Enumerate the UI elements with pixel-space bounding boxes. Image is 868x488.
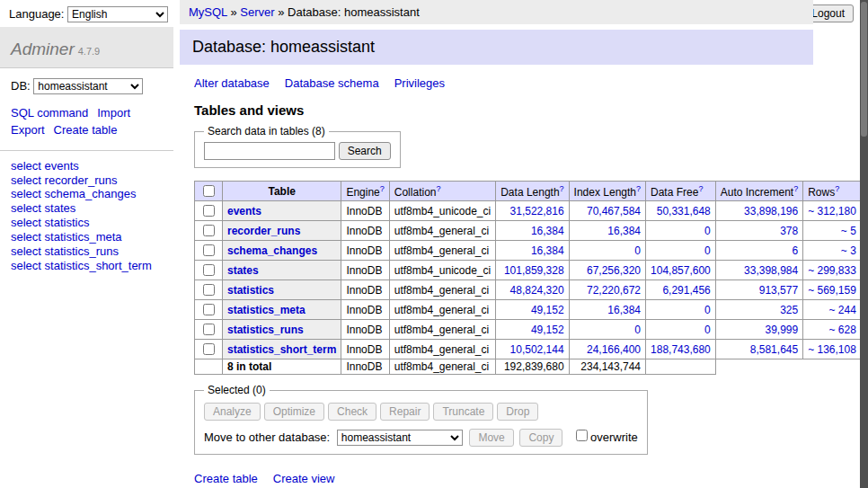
scrollbar-thumb[interactable] — [861, 2, 867, 137]
row-checkbox[interactable] — [203, 225, 215, 236]
db-action-link[interactable]: Privileges — [394, 76, 445, 90]
search-button[interactable]: Search — [339, 142, 391, 160]
db-action-link[interactable]: Database schema — [285, 76, 379, 90]
db-select[interactable]: homeassistant — [33, 78, 143, 94]
table-name-link[interactable]: statistics_short_term — [227, 343, 336, 356]
row-checkbox[interactable] — [203, 324, 215, 335]
main-content: MySQL » Server » Database: homeassistant… — [180, 0, 813, 488]
app-logo: Adminer4.7.9 — [0, 27, 173, 68]
sidebar-table-link[interactable]: select statistics_meta — [11, 230, 122, 244]
collation-cell: utf8mb4_general_ci — [389, 221, 495, 241]
overwrite-option[interactable]: overwrite — [572, 430, 638, 444]
table-name-link[interactable]: recorder_runs — [227, 225, 300, 237]
row-check-cell — [195, 241, 223, 261]
scrollbar[interactable] — [860, 0, 868, 488]
rows-cell: ~ 136,108 — [803, 340, 862, 359]
move-db-select[interactable]: homeassistant — [337, 430, 463, 446]
help-link[interactable]: ? — [835, 184, 839, 193]
table-name-cell: statistics_short_term — [223, 340, 341, 359]
overwrite-checkbox[interactable] — [576, 430, 588, 441]
row-checkbox[interactable] — [203, 304, 215, 315]
row-checkbox[interactable] — [203, 284, 215, 296]
table-row: statistics_runsInnoDButf8mb4_general_ci4… — [195, 320, 868, 340]
language-select[interactable]: English — [67, 6, 168, 22]
sidebar-table-link[interactable]: select schema_changes — [11, 187, 136, 200]
search-fieldset: Search data in tables (8) Search — [194, 125, 401, 168]
sidebar-action-link[interactable]: SQL command — [11, 106, 88, 120]
app-name: Adminer — [11, 40, 75, 58]
help-link[interactable]: ? — [560, 184, 564, 193]
truncate-button[interactable]: Truncate — [433, 403, 493, 421]
table-name-cell: statistics_meta — [223, 300, 341, 320]
table-name-link[interactable]: schema_changes — [227, 244, 317, 257]
column-header-label: Engine — [346, 186, 379, 199]
table-row: eventsInnoDButf8mb4_unicode_ci31,522,816… — [195, 201, 868, 221]
table-name-link[interactable]: statistics — [227, 284, 274, 297]
breadcrumb-separator: » — [275, 5, 288, 19]
column-header-label: Rows — [808, 186, 835, 199]
auto-increment-cell: 33,898,196 — [715, 201, 802, 221]
help-link[interactable]: ? — [380, 184, 385, 193]
data-free-cell: 50,331,648 — [646, 201, 716, 221]
select-all-cell — [195, 182, 223, 201]
search-input[interactable] — [204, 142, 335, 160]
repair-button[interactable]: Repair — [380, 403, 430, 421]
sidebar-table-link[interactable]: select states — [11, 201, 75, 215]
breadcrumb-link[interactable]: Server — [240, 5, 274, 19]
sidebar-action-link[interactable]: Export — [11, 123, 45, 137]
row-check-cell — [195, 221, 223, 241]
total-label-cell: 8 in total — [223, 359, 341, 375]
db-selector-row: DB: homeassistant — [0, 68, 173, 102]
help-link[interactable]: ? — [636, 184, 641, 193]
help-link[interactable]: ? — [793, 184, 798, 193]
sidebar-table-link[interactable]: select recorder_runs — [11, 173, 118, 187]
table-row: statesInnoDButf8mb4_unicode_ci101,859,32… — [195, 261, 868, 280]
sidebar-action-link[interactable]: Create table — [54, 123, 118, 137]
sidebar-table-link[interactable]: select statistics_short_term — [11, 259, 152, 272]
data-free-cell: 104,857,600 — [646, 261, 716, 280]
column-header-label: Auto Increment — [721, 186, 793, 199]
table-name-link[interactable]: statistics_runs — [227, 324, 304, 336]
db-action-link[interactable]: Alter database — [194, 76, 270, 90]
row-check-cell — [195, 340, 223, 359]
table-name-link[interactable]: states — [227, 264, 259, 277]
table-name-link[interactable]: statistics_meta — [227, 304, 306, 316]
engine-cell: InnoDB — [341, 320, 389, 340]
table-name-link[interactable]: events — [227, 205, 261, 217]
sidebar-action-link[interactable]: Import — [97, 106, 130, 120]
move-button[interactable]: Move — [469, 429, 513, 447]
row-check-cell — [195, 201, 223, 221]
index-length-cell: 0 — [569, 320, 645, 340]
index-length-cell: 16,384 — [569, 300, 645, 320]
sidebar-table-link[interactable]: select statistics_runs — [11, 244, 119, 258]
sidebar-table-item: select statistics_short_term — [11, 259, 163, 273]
row-checkbox[interactable] — [203, 343, 215, 355]
sidebar-table-link[interactable]: select statistics — [11, 216, 89, 229]
breadcrumb-current: Database: homeassistant — [288, 5, 420, 19]
sidebar-table-link[interactable]: select events — [11, 159, 79, 173]
engine-cell: InnoDB — [341, 221, 389, 241]
table-row: statisticsInnoDButf8mb4_general_ci48,824… — [195, 280, 868, 300]
analyze-button[interactable]: Analyze — [204, 403, 261, 421]
rows-cell: ~ 3 — [803, 241, 862, 261]
row-checkbox[interactable] — [203, 205, 215, 217]
data-free-cell: 0 — [646, 221, 716, 241]
create-link[interactable]: Create view — [273, 472, 335, 485]
sidebar: Adminer4.7.9 DB: homeassistant SQL comma… — [0, 27, 173, 273]
help-link[interactable]: ? — [698, 184, 703, 193]
create-link[interactable]: Create table — [194, 472, 258, 485]
breadcrumb-link[interactable]: MySQL — [189, 5, 227, 19]
row-checkbox[interactable] — [203, 244, 215, 256]
content-inner: Alter databaseDatabase schemaPrivileges … — [180, 76, 813, 488]
copy-button[interactable]: Copy — [519, 429, 562, 447]
column-header-label: Data Length — [500, 186, 559, 199]
select-all-checkbox[interactable] — [203, 185, 215, 197]
row-checkbox[interactable] — [203, 264, 215, 276]
help-link[interactable]: ? — [436, 184, 440, 193]
rows-cell: ~ 299,833 — [803, 261, 862, 280]
breadcrumb: MySQL » Server » Database: homeassistant — [180, 0, 813, 24]
data-length-cell: 31,522,816 — [496, 201, 569, 221]
check-button[interactable]: Check — [328, 403, 376, 421]
drop-button[interactable]: Drop — [497, 403, 538, 421]
optimize-button[interactable]: Optimize — [264, 403, 324, 421]
